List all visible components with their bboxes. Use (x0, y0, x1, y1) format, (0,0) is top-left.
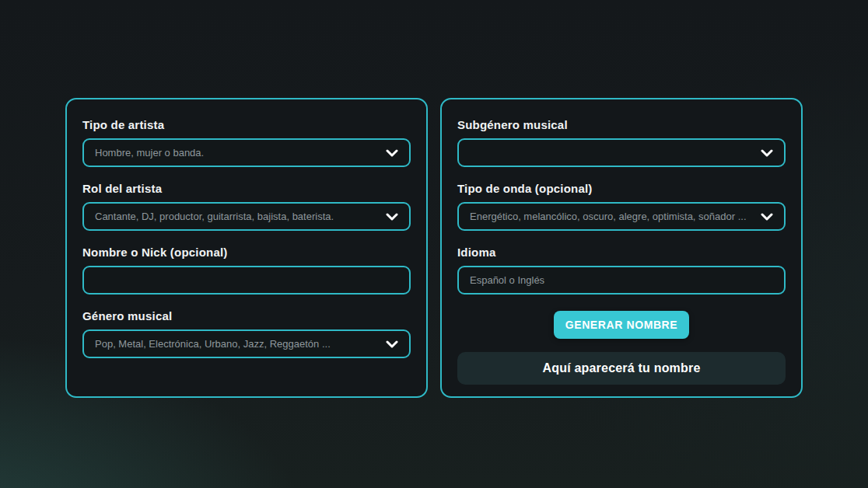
subgenero-musical-label: Subgénero musical (457, 118, 786, 131)
genero-musical-label: Género musical (82, 309, 411, 322)
tipo-de-artista-label: Tipo de artista (82, 118, 411, 131)
left-panel: Tipo de artista Hombre, mujer o banda. R… (65, 98, 428, 398)
field-genero-musical: Género musical Pop, Metal, Electrónica, … (82, 309, 411, 358)
right-panel: Subgénero musical Tipo de onda (opcional… (440, 98, 803, 398)
rol-del-artista-select[interactable]: Cantante, DJ, productor, guitarrista, ba… (82, 202, 411, 231)
field-tipo-de-artista: Tipo de artista Hombre, mujer o banda. (82, 118, 411, 167)
chevron-down-icon (386, 213, 398, 221)
chevron-down-icon (386, 149, 398, 157)
field-rol-del-artista: Rol del artista Cantante, DJ, productor,… (82, 182, 411, 231)
nombre-o-nick-label: Nombre o Nick (opcional) (82, 246, 411, 259)
idioma-label: Idioma (457, 246, 786, 259)
form-panels: Tipo de artista Hombre, mujer o banda. R… (65, 98, 803, 398)
rol-del-artista-label: Rol del artista (82, 182, 411, 195)
field-subgenero-musical: Subgénero musical (457, 118, 786, 167)
chevron-down-icon (761, 213, 773, 221)
generated-name-result: Aquí aparecerá tu nombre (457, 352, 786, 385)
field-nombre-o-nick: Nombre o Nick (opcional) (82, 246, 411, 295)
generate-name-button[interactable]: GENERAR NOMBRE (554, 311, 689, 339)
tipo-de-onda-placeholder: Energético, melancólico, oscuro, alegre,… (470, 211, 761, 222)
subgenero-musical-select[interactable] (457, 138, 786, 167)
tipo-de-artista-select[interactable]: Hombre, mujer o banda. (82, 138, 411, 167)
nombre-o-nick-input[interactable] (82, 266, 411, 295)
chevron-down-icon (761, 149, 773, 157)
rol-del-artista-placeholder: Cantante, DJ, productor, guitarrista, ba… (95, 211, 386, 222)
tipo-de-onda-label: Tipo de onda (opcional) (457, 182, 786, 195)
genero-musical-placeholder: Pop, Metal, Electrónica, Urbano, Jazz, R… (95, 338, 386, 350)
field-idioma: Idioma (457, 246, 786, 295)
tipo-de-onda-select[interactable]: Energético, melancólico, oscuro, alegre,… (457, 202, 786, 231)
field-tipo-de-onda: Tipo de onda (opcional) Energético, mela… (457, 182, 786, 231)
idioma-input[interactable] (457, 266, 786, 295)
tipo-de-artista-placeholder: Hombre, mujer o banda. (95, 147, 386, 159)
genero-musical-select[interactable]: Pop, Metal, Electrónica, Urbano, Jazz, R… (82, 329, 411, 358)
chevron-down-icon (386, 340, 398, 348)
